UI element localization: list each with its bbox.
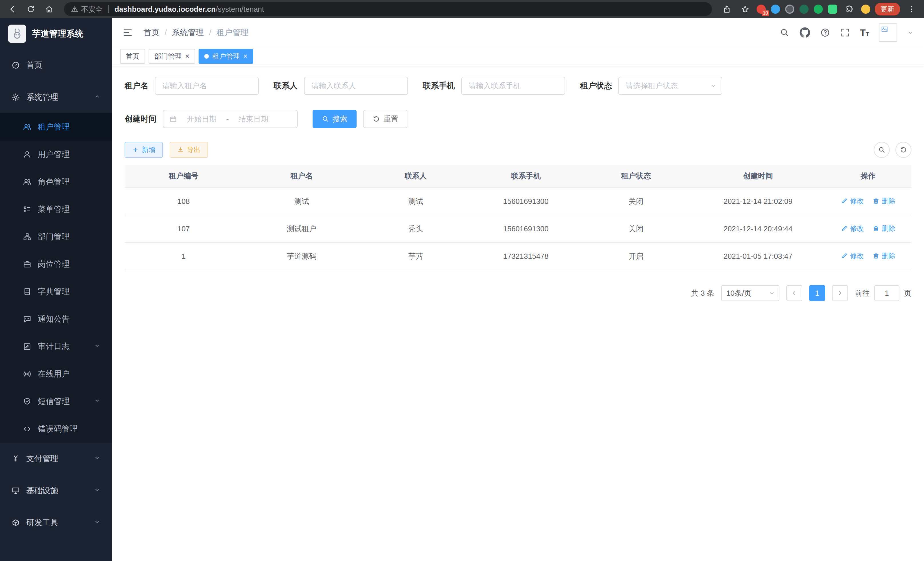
header-search-icon[interactable] [779,27,790,38]
address-bar[interactable]: 不安全 dashboard.yudao.iocoder.cn/system/te… [64,2,712,16]
sidebar-item-errorcode[interactable]: 错误码管理 [0,415,112,443]
export-button[interactable]: 导出 [170,142,208,158]
sidebar-item-tenant[interactable]: 租户管理 [0,113,112,141]
cell-id: 1 [124,242,243,270]
delete-link[interactable]: 删除 [873,224,896,233]
download-icon [177,146,184,153]
delete-link[interactable]: 删除 [873,251,896,260]
bookmark-star-button[interactable] [738,2,752,16]
fullscreen-icon[interactable] [840,27,850,38]
edit-link[interactable]: 修改 [841,196,864,206]
breadcrumb-system[interactable]: 系统管理 [172,27,204,38]
extension-icon-blue[interactable] [771,5,780,14]
avatar[interactable] [879,23,897,42]
search-button[interactable]: 搜索 [313,110,357,128]
sidebar-fold-button[interactable] [122,27,133,38]
cell-actions: 修改 删除 [825,242,911,270]
goto-page-input[interactable] [874,285,899,301]
refresh-table-button[interactable] [896,142,911,158]
sidebar-item-sms[interactable]: 短信管理 [0,388,112,415]
sidebar-item-post[interactable]: 岗位管理 [0,250,112,278]
start-date-input[interactable] [181,115,223,123]
pagination: 共 3 条 10条/页 1 前往 页 [124,285,911,301]
close-icon[interactable] [185,52,189,60]
github-icon[interactable] [800,27,810,38]
extension-icon-yellow[interactable] [861,5,870,14]
book-icon [23,287,32,296]
end-date-input[interactable] [232,115,274,123]
warning-icon [71,5,78,13]
browser-toolbar: 不安全 dashboard.yudao.iocoder.cn/system/te… [0,0,924,18]
sidebar-item-dict[interactable]: 字典管理 [0,278,112,305]
filter-label: 创建时间 [124,114,157,124]
page-size-select[interactable]: 10条/页 [721,285,779,301]
search-button-label: 搜索 [333,114,347,124]
extension-icon-red[interactable]: 10 [757,5,766,14]
sidebar-item-notice[interactable]: 通知公告 [0,305,112,333]
extension-icon-green-square[interactable] [828,5,837,14]
toggle-search-button[interactable] [874,142,890,158]
col-header-contact: 联系人 [361,165,471,188]
add-button[interactable]: 新增 [124,142,163,158]
next-page-button[interactable] [832,285,848,301]
page-unit-label: 页 [904,288,911,298]
edit-link[interactable]: 修改 [841,251,864,260]
message-icon [23,315,32,323]
tenant-name-input[interactable] [155,77,259,95]
breadcrumb-home[interactable]: 首页 [143,27,159,38]
tab-home[interactable]: 首页 [120,49,145,64]
sidebar-item-home[interactable]: 首页 [0,49,112,81]
security-chip[interactable]: 不安全 [71,5,103,14]
gear-icon [11,93,20,102]
sidebar-item-system[interactable]: 系统管理 [0,81,112,113]
avatar-dropdown-caret-icon[interactable] [907,29,914,36]
table-row: 107 测试租户 秃头 15601691300 关闭 2021-12-14 20… [124,215,911,242]
help-icon[interactable] [820,27,830,38]
share-button[interactable] [720,2,734,16]
sidebar-item-tools[interactable]: 研发工具 [0,507,112,539]
plus-icon [132,146,139,153]
extension-icon-darkgreen[interactable] [800,5,808,14]
close-icon[interactable] [243,52,248,60]
col-header-name: 租户名 [243,165,361,188]
delete-label: 删除 [882,196,896,206]
edit-label: 修改 [850,196,864,206]
sidebar-item-menu[interactable]: 菜单管理 [0,196,112,223]
sidebar-item-audit-log[interactable]: 审计日志 [0,333,112,360]
edit-icon [841,253,848,259]
font-size-icon[interactable] [860,28,869,37]
chrome-menu-button[interactable] [904,2,918,16]
sidebar-item-role[interactable]: 角色管理 [0,168,112,196]
browser-reload-button[interactable] [24,2,38,16]
contact-input[interactable] [304,77,408,95]
chrome-update-button[interactable]: 更新 [875,3,900,15]
extension-icon-green-circle[interactable] [814,5,823,14]
delete-link[interactable]: 删除 [873,196,896,206]
sidebar-item-online-user[interactable]: 在线用户 [0,360,112,388]
page-number-current[interactable]: 1 [809,285,825,301]
status-select-placeholder: 请选择租户状态 [626,81,678,91]
prev-page-button[interactable] [786,285,802,301]
sidebar-item-infra[interactable]: 基础设施 [0,475,112,507]
code-icon [23,425,32,433]
logo[interactable]: 芋道管理系统 [0,18,112,49]
edit-link[interactable]: 修改 [841,224,864,233]
add-button-label: 新增 [142,145,155,154]
sidebar-item-dept[interactable]: 部门管理 [0,223,112,250]
extensions-puzzle-icon[interactable] [842,2,856,16]
browser-home-button[interactable] [42,2,56,16]
header-actions [779,23,914,42]
extension-icon-ring[interactable] [785,5,794,14]
sidebar-item-user[interactable]: 用户管理 [0,141,112,168]
date-range-picker[interactable]: - [163,110,298,128]
status-select[interactable]: 请选择租户状态 [618,77,722,95]
phone-input[interactable] [461,77,565,95]
tab-tenant[interactable]: 租户管理 [199,49,253,64]
browser-back-button[interactable] [6,2,20,16]
tab-dept[interactable]: 部门管理 [148,49,195,64]
dashboard-icon [11,61,20,69]
sidebar-item-pay[interactable]: 支付管理 [0,443,112,475]
people-icon [23,123,32,131]
reset-button[interactable]: 重置 [363,110,407,128]
sidebar-item-label: 基础设施 [26,485,58,496]
